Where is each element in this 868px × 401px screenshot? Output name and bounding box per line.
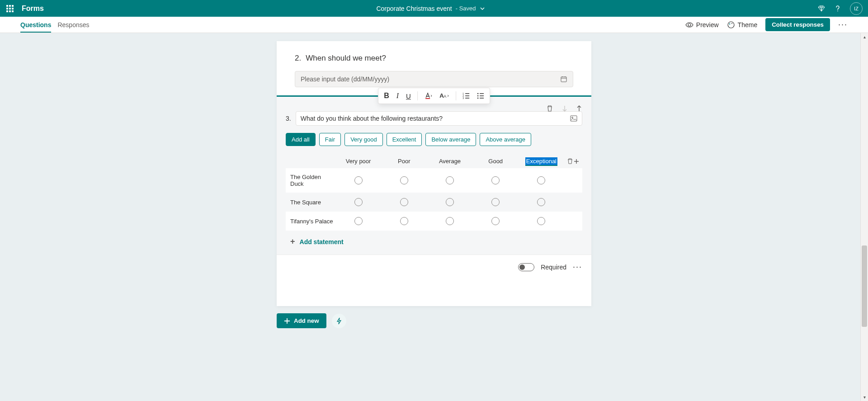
date-input[interactable]: Please input date (dd/MM/yyyy) xyxy=(295,71,573,87)
italic-button[interactable]: I xyxy=(396,91,400,101)
insert-media-icon[interactable] xyxy=(570,115,577,122)
more-icon[interactable]: ··· xyxy=(838,20,848,29)
radio-cell[interactable] xyxy=(446,176,454,184)
likert-row: The Golden Duck xyxy=(286,168,582,193)
column-header[interactable]: Average xyxy=(427,158,472,165)
likert-row: The Square xyxy=(286,193,582,212)
chip-suggestion[interactable]: Very good xyxy=(344,133,383,146)
column-header-editing[interactable]: Exceptional xyxy=(519,158,564,165)
format-toolbar: B I U AA 123 xyxy=(378,88,490,104)
form-card: 2. When should we meet? Please input dat… xyxy=(277,41,591,306)
svg-rect-4 xyxy=(425,98,430,99)
palette-icon xyxy=(727,21,735,29)
radio-cell[interactable] xyxy=(400,176,408,184)
question-3-editor: B I U AA 123 xyxy=(277,95,591,279)
add-new-button[interactable]: Add new xyxy=(277,313,326,328)
underline-button[interactable]: U xyxy=(405,91,412,101)
question-more-icon[interactable]: ··· xyxy=(573,262,582,272)
radio-cell[interactable] xyxy=(491,198,500,206)
question-text-input[interactable]: What do you think about the following re… xyxy=(296,111,582,126)
svg-rect-3 xyxy=(561,77,566,82)
svg-point-10 xyxy=(477,93,479,94)
user-avatar[interactable]: IZ xyxy=(850,2,863,15)
radio-cell[interactable] xyxy=(491,217,500,225)
likert-grid: Very poor Poor Average Good Exceptional xyxy=(286,154,582,231)
vertical-scrollbar[interactable]: ▴ ▾ xyxy=(860,33,868,401)
question-number: 2. xyxy=(295,54,301,63)
radio-cell[interactable] xyxy=(537,176,545,184)
main-toolbar: Questions Responses Preview Theme Collec… xyxy=(0,17,868,33)
add-statement-button[interactable]: + Add statement xyxy=(286,231,582,255)
tab-responses[interactable]: Responses xyxy=(57,17,89,33)
radio-cell[interactable] xyxy=(400,198,408,206)
calendar-icon xyxy=(560,75,567,83)
svg-point-0 xyxy=(728,22,734,28)
radio-cell[interactable] xyxy=(491,176,500,184)
delete-question-button[interactable] xyxy=(546,105,553,112)
radio-cell[interactable] xyxy=(446,198,454,206)
svg-point-2 xyxy=(731,23,732,24)
scroll-down-arrow[interactable]: ▾ xyxy=(861,393,868,401)
tab-questions[interactable]: Questions xyxy=(20,17,51,33)
font-size-button[interactable]: AA xyxy=(439,91,450,100)
form-title[interactable]: Corporate Christmas event xyxy=(376,5,452,12)
move-up-button[interactable] xyxy=(576,105,582,112)
app-launcher-icon[interactable] xyxy=(5,4,14,13)
row-label[interactable]: The Golden Duck xyxy=(286,174,335,187)
plus-icon xyxy=(284,318,290,324)
preview-button[interactable]: Preview xyxy=(685,21,719,28)
likert-row: Tifanny's Palace xyxy=(286,212,582,231)
chip-suggestion[interactable]: Excellent xyxy=(387,133,422,146)
delete-column-icon[interactable] xyxy=(567,158,573,165)
app-header: Forms Corporate Christmas event - Saved … xyxy=(0,0,868,17)
collect-responses-button[interactable]: Collect responses xyxy=(765,18,830,31)
theme-button[interactable]: Theme xyxy=(727,21,758,29)
radio-cell[interactable] xyxy=(537,217,545,225)
chevron-down-icon[interactable] xyxy=(480,6,485,11)
column-header[interactable]: Very poor xyxy=(335,158,381,165)
question-2[interactable]: 2. When should we meet? Please input dat… xyxy=(277,41,591,95)
column-header[interactable]: Poor xyxy=(381,158,427,165)
save-status: - Saved xyxy=(456,5,476,12)
chip-add-all[interactable]: Add all xyxy=(286,133,316,146)
bullet-list-button[interactable] xyxy=(476,91,485,100)
chip-suggestion[interactable]: Fair xyxy=(319,133,341,146)
required-toggle[interactable] xyxy=(518,263,534,271)
move-down-button[interactable] xyxy=(561,105,568,112)
svg-point-12 xyxy=(477,98,479,99)
eye-icon xyxy=(685,22,693,28)
svg-point-1 xyxy=(729,23,730,24)
svg-rect-13 xyxy=(571,116,577,121)
chip-suggestion[interactable]: Above average xyxy=(480,133,531,146)
radio-cell[interactable] xyxy=(446,217,454,225)
radio-cell[interactable] xyxy=(354,198,363,206)
workspace: 2. When should we meet? Please input dat… xyxy=(0,33,868,401)
required-label: Required xyxy=(541,264,566,271)
row-label[interactable]: The Square xyxy=(286,199,335,206)
radio-cell[interactable] xyxy=(354,176,363,184)
svg-point-14 xyxy=(572,117,573,118)
radio-cell[interactable] xyxy=(400,217,408,225)
plus-icon: + xyxy=(290,237,295,246)
app-brand[interactable]: Forms xyxy=(22,5,44,13)
svg-text:3: 3 xyxy=(462,97,464,99)
lightning-icon xyxy=(336,317,342,325)
quick-suggest-button[interactable] xyxy=(332,314,346,328)
scroll-thumb[interactable] xyxy=(862,245,867,327)
radio-cell[interactable] xyxy=(537,198,545,206)
add-column-icon[interactable] xyxy=(574,159,579,164)
radio-cell[interactable] xyxy=(354,217,363,225)
numbered-list-button[interactable]: 123 xyxy=(462,91,471,100)
premium-icon[interactable] xyxy=(817,5,826,13)
svg-point-11 xyxy=(477,95,479,97)
chip-suggestion[interactable]: Below average xyxy=(425,133,476,146)
bold-button[interactable]: B xyxy=(383,91,390,101)
question-number: 3. xyxy=(286,115,291,122)
column-header[interactable]: Good xyxy=(473,158,519,165)
date-placeholder: Please input date (dd/MM/yyyy) xyxy=(301,75,389,83)
scroll-up-arrow[interactable]: ▴ xyxy=(861,33,868,41)
help-icon[interactable] xyxy=(834,5,842,13)
row-label[interactable]: Tifanny's Palace xyxy=(286,218,335,225)
font-color-button[interactable] xyxy=(423,91,433,100)
svg-text:A: A xyxy=(443,94,446,99)
